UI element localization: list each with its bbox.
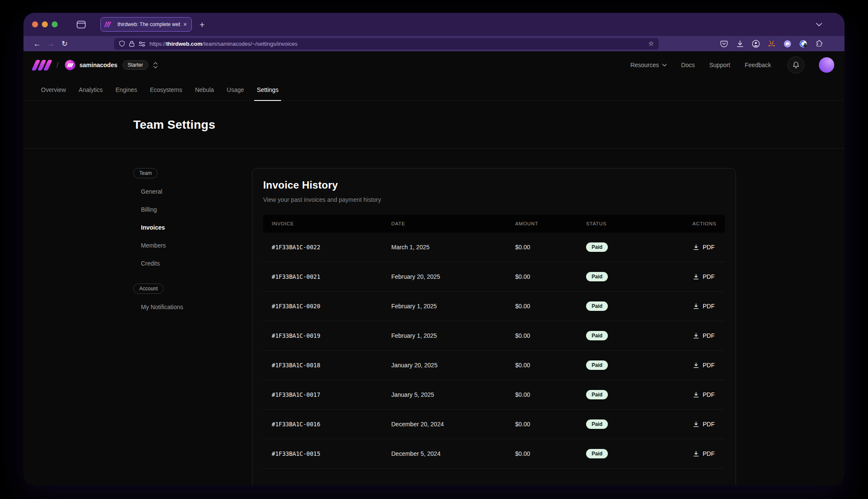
invoice-number: #1F33BA1C-0016 xyxy=(272,421,391,428)
invoice-date: February 1, 2025 xyxy=(391,332,515,339)
tab-ecosystems[interactable]: Ecosystems xyxy=(144,79,188,100)
invoice-date: March 1, 2025 xyxy=(391,244,515,251)
sidebar-group-pill-account: Account xyxy=(133,283,164,294)
bookmark-star-icon[interactable]: ☆ xyxy=(648,40,654,47)
wallet-extension-icon[interactable] xyxy=(799,39,807,48)
phantom-icon[interactable] xyxy=(783,39,792,48)
download-pdf-button[interactable]: PDF xyxy=(691,389,716,401)
invoice-amount: $0.00 xyxy=(515,273,586,280)
download-pdf-button[interactable]: PDF xyxy=(691,418,716,430)
header-link-support[interactable]: Support xyxy=(709,62,730,68)
download-pdf-button[interactable]: PDF xyxy=(691,271,716,283)
user-avatar[interactable] xyxy=(819,57,834,73)
invoice-row: #1F33BA1C-0017 January 5, 2025 $0.00 Pai… xyxy=(263,380,725,410)
back-button[interactable]: ← xyxy=(30,40,44,47)
invoice-date: January 20, 2025 xyxy=(391,362,515,369)
settings-content: Team GeneralBillingInvoicesMembersCredit… xyxy=(23,149,845,485)
column-header-actions: ACTIONS xyxy=(692,221,716,226)
column-header-status: STATUS xyxy=(586,221,661,226)
sidebar-group-account: Account My Notifications xyxy=(133,283,224,316)
invoice-number: #1F33BA1C-0017 xyxy=(272,391,391,398)
minimize-window-button[interactable] xyxy=(42,21,48,27)
notifications-bell-button[interactable] xyxy=(787,56,804,74)
download-pdf-button[interactable]: PDF xyxy=(691,448,716,460)
download-icon xyxy=(693,421,699,428)
team-name[interactable]: saminacodes xyxy=(79,62,117,68)
firefox-view-icon[interactable] xyxy=(76,20,87,29)
invoice-number: #1F33BA1C-0015 xyxy=(272,450,391,457)
status-badge: Paid xyxy=(586,419,608,429)
site-nav-tabs: OverviewAnalyticsEnginesEcosystemsNebula… xyxy=(23,79,845,101)
address-bar[interactable]: https://thirdweb.com/team/saminacodes/~/… xyxy=(114,38,659,50)
sidebar-item-invoices[interactable]: Invoices xyxy=(133,218,224,236)
invoice-row: #1F33BA1C-0019 February 1, 2025 $0.00 Pa… xyxy=(263,321,725,351)
header-link-resources[interactable]: Resources xyxy=(630,62,667,68)
new-tab-button[interactable]: + xyxy=(199,20,205,29)
plan-badge: Starter xyxy=(123,60,148,70)
extensions-puzzle-icon[interactable] xyxy=(815,39,823,48)
invoice-amount: $0.00 xyxy=(515,391,586,398)
sidebar-item-my-notifications[interactable]: My Notifications xyxy=(133,298,224,316)
tracking-protection-shield-icon[interactable] xyxy=(119,40,125,47)
download-pdf-button[interactable]: PDF xyxy=(691,241,716,253)
tab-engines[interactable]: Engines xyxy=(109,79,144,100)
team-avatar[interactable] xyxy=(65,60,75,70)
thirdweb-logo[interactable] xyxy=(34,59,50,71)
sidebar-item-credits[interactable]: Credits xyxy=(133,254,224,272)
sidebar-item-billing[interactable]: Billing xyxy=(133,201,224,218)
header-link-feedback[interactable]: Feedback xyxy=(745,62,771,68)
status-badge: Paid xyxy=(586,449,608,458)
download-icon xyxy=(693,303,699,310)
team-switcher-icon[interactable] xyxy=(153,62,158,69)
close-tab-icon[interactable]: ✕ xyxy=(183,22,187,27)
settings-sidebar: Team GeneralBillingInvoicesMembersCredit… xyxy=(133,168,224,316)
tab-analytics[interactable]: Analytics xyxy=(72,79,109,100)
invoice-date: December 20, 2024 xyxy=(391,421,515,428)
status-badge: Paid xyxy=(586,360,608,370)
menu-icon[interactable] xyxy=(830,39,838,48)
invoice-amount: $0.00 xyxy=(515,362,586,369)
page-title-band: Team Settings xyxy=(23,101,845,149)
invoice-history-card: Invoice History View your past invoices … xyxy=(252,168,736,485)
header-link-docs[interactable]: Docs xyxy=(681,62,695,68)
reload-button[interactable]: ↻ xyxy=(58,40,71,47)
tab-settings[interactable]: Settings xyxy=(250,79,285,100)
invoice-number: #1F33BA1C-0022 xyxy=(272,244,391,251)
account-icon[interactable] xyxy=(751,39,760,48)
window-controls xyxy=(32,21,58,27)
sidebar-item-members[interactable]: Members xyxy=(133,236,224,254)
download-pdf-button[interactable]: PDF xyxy=(691,300,716,312)
forward-button[interactable]: → xyxy=(44,40,58,47)
lock-icon[interactable] xyxy=(129,41,135,47)
permissions-icon[interactable] xyxy=(138,41,146,47)
tab-list-chevron-icon[interactable] xyxy=(816,23,822,27)
download-pdf-button[interactable]: PDF xyxy=(691,359,716,371)
download-pdf-button[interactable]: PDF xyxy=(691,330,716,342)
url-text: https://thirdweb.com/team/saminacodes/~/… xyxy=(150,41,297,47)
invoice-amount: $0.00 xyxy=(515,303,586,310)
metamask-icon[interactable] xyxy=(767,39,776,48)
sidebar-item-general[interactable]: General xyxy=(133,183,224,201)
zoom-window-button[interactable] xyxy=(52,21,58,27)
tab-bar: thirdweb: The complete web3 d ✕ + xyxy=(23,13,845,36)
downloads-icon[interactable] xyxy=(736,39,744,48)
status-badge: Paid xyxy=(586,272,608,281)
close-window-button[interactable] xyxy=(32,21,38,27)
tab-title: thirdweb: The complete web3 d xyxy=(117,21,180,27)
invoice-date: February 1, 2025 xyxy=(391,303,515,310)
column-header-amount: AMOUNT xyxy=(515,221,586,226)
thirdweb-favicon xyxy=(105,21,110,27)
tab-overview[interactable]: Overview xyxy=(35,79,72,100)
download-icon xyxy=(693,362,699,369)
tab-usage[interactable]: Usage xyxy=(220,79,250,100)
invoice-date: February 20, 2025 xyxy=(391,273,515,280)
status-badge: Paid xyxy=(586,390,608,399)
invoice-amount: $0.00 xyxy=(515,421,586,428)
pocket-icon[interactable] xyxy=(720,39,728,48)
column-header-invoice: INVOICE xyxy=(272,221,391,226)
invoice-amount: $0.00 xyxy=(515,244,586,251)
browser-tab[interactable]: thirdweb: The complete web3 d ✕ xyxy=(100,17,192,32)
invoice-date: January 5, 2025 xyxy=(391,391,515,398)
invoice-amount: $0.00 xyxy=(515,450,586,457)
tab-nebula[interactable]: Nebula xyxy=(188,79,220,100)
